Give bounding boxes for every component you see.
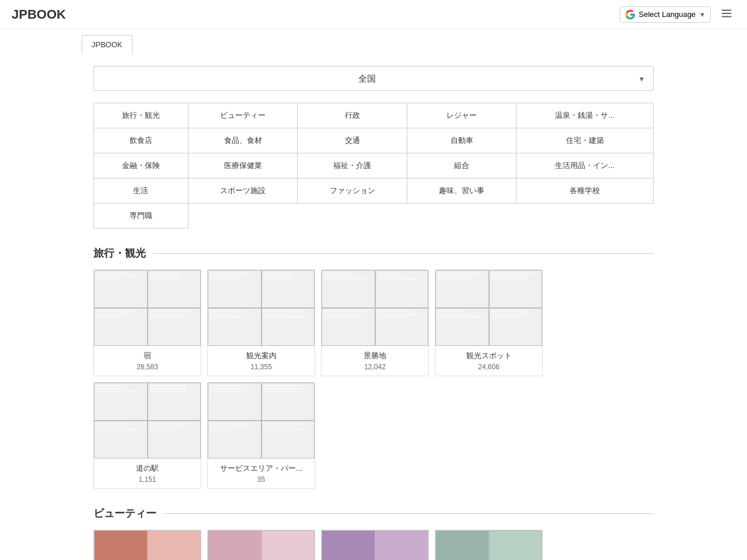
region-chevron-icon: ▾ — [640, 74, 653, 83]
card-images — [208, 530, 315, 560]
category-cell[interactable]: 組合 — [407, 153, 516, 178]
category-cell[interactable]: 生活用品・イン... — [516, 153, 654, 178]
category-cell[interactable]: 趣味、習い事 — [407, 178, 516, 204]
card-grid-travel: 宿28,583観光案内11,355景勝地12,042観光スポット24,606道の… — [93, 270, 654, 489]
menu-icon[interactable] — [718, 5, 735, 24]
card-item-beauty-1[interactable]: 美容院・ヘア... – — [93, 530, 201, 560]
category-cell[interactable]: 飲食店 — [94, 128, 189, 153]
category-cell[interactable]: レジャー — [407, 103, 516, 128]
region-select[interactable]: 全国 北海道 東北 関東 中部 近畿 中国 四国 九州 沖縄 — [94, 66, 640, 90]
card-images — [435, 530, 542, 560]
card-img-4 — [261, 421, 315, 459]
category-cell[interactable]: 自動車 — [407, 128, 516, 153]
card-item-travel-2[interactable]: 観光案内11,355 — [207, 270, 315, 376]
section-beauty-title: ビューティー — [93, 506, 156, 520]
nav-tabs: JPBOOK — [0, 29, 747, 54]
card-img-4 — [148, 421, 201, 459]
section-travel-title: 旅行・観光 — [93, 246, 146, 260]
card-img-2 — [148, 383, 201, 421]
card-img-2 — [489, 270, 543, 308]
card-grid-beauty: 美容院・ヘア... – エステ・マッサ... – — [93, 530, 654, 560]
category-cell[interactable]: 金融・保険 — [94, 153, 189, 178]
card-body: 道の駅1,151 — [94, 459, 201, 488]
card-name: 宿 — [99, 351, 196, 361]
svg-rect-1 — [722, 13, 732, 14]
card-count: 28,583 — [99, 363, 196, 371]
card-img-1 — [208, 530, 261, 560]
card-item-beauty-4[interactable]: リラクゼーシ... – — [435, 530, 543, 560]
category-cell[interactable]: 交通 — [298, 128, 407, 153]
card-item-beauty-2[interactable]: エステ・マッサ... – — [207, 530, 315, 560]
card-img-2 — [375, 270, 429, 308]
translate-button[interactable]: Select Language ▼ — [620, 6, 711, 23]
card-item-travel-1[interactable]: 宿28,583 — [93, 270, 201, 376]
card-img-2 — [261, 530, 315, 560]
category-cell[interactable]: 旅行・観光 — [94, 103, 189, 128]
card-img-1 — [94, 530, 148, 560]
card-body: 宿28,583 — [94, 346, 201, 376]
card-img-3 — [94, 421, 148, 459]
category-cell[interactable]: スポーツ施設 — [188, 178, 298, 204]
category-cell — [298, 204, 407, 229]
card-item-travel-4[interactable]: 観光スポット24,606 — [435, 270, 543, 376]
card-img-1 — [208, 270, 261, 308]
translate-label: Select Language — [639, 10, 696, 19]
card-item-travel-3[interactable]: 景勝地12,042 — [321, 270, 429, 376]
list-icon — [720, 7, 733, 20]
header-right: Select Language ▼ — [620, 5, 735, 24]
category-cell[interactable]: 食品、食材 — [188, 128, 298, 153]
category-cell[interactable]: 医療保健業 — [188, 153, 298, 178]
category-cell[interactable]: ファッション — [298, 178, 407, 204]
card-images — [435, 270, 542, 346]
section-beauty-header: ビューティー — [93, 506, 654, 520]
header: JPBOOK Select Language ▼ — [0, 0, 747, 29]
card-img-3 — [208, 421, 261, 459]
category-cell[interactable]: 住宅・建築 — [516, 128, 654, 153]
card-img-1 — [435, 530, 489, 560]
card-images — [94, 270, 201, 346]
card-item-travel-5[interactable]: 道の駅1,151 — [93, 382, 201, 489]
card-body: 観光スポット24,606 — [435, 346, 542, 376]
card-item-beauty-3[interactable]: ネイル・まつ... – — [321, 530, 429, 560]
region-select-wrap[interactable]: 全国 北海道 東北 関東 中部 近畿 中国 四国 九州 沖縄 ▾ — [93, 66, 654, 91]
category-cell — [407, 204, 516, 229]
category-grid: 旅行・観光ビューティー行政レジャー温泉・銭湯・サ...飲食店食品、食材交通自動車… — [93, 103, 654, 229]
section-beauty: ビューティー 美容院・ヘア... – — [93, 506, 654, 560]
tab-jpbook[interactable]: JPBOOK — [82, 35, 132, 54]
section-travel-divider — [153, 253, 654, 254]
site-logo[interactable]: JPBOOK — [12, 7, 66, 22]
category-cell[interactable]: 生活 — [94, 178, 189, 204]
main-container: 全国 北海道 東北 関東 中部 近畿 中国 四国 九州 沖縄 ▾ 旅行・観光ビュ… — [82, 54, 665, 560]
section-beauty-divider — [163, 513, 654, 514]
category-cell[interactable]: 専門職 — [94, 204, 189, 229]
card-img-2 — [148, 270, 201, 308]
category-cell — [188, 204, 298, 229]
card-images — [208, 383, 315, 459]
card-body: 景勝地12,042 — [322, 346, 428, 376]
category-cell[interactable]: 行政 — [298, 103, 407, 128]
card-images — [94, 530, 201, 560]
card-img-4 — [375, 308, 429, 346]
card-count: 24,606 — [440, 363, 537, 371]
card-img-4 — [148, 308, 201, 346]
category-cell[interactable]: 温泉・銭湯・サ... — [516, 103, 654, 128]
card-img-1 — [208, 383, 261, 421]
card-count: 1,151 — [99, 475, 196, 484]
card-img-2 — [375, 530, 429, 560]
svg-rect-0 — [722, 10, 732, 11]
card-images — [322, 530, 428, 560]
category-cell[interactable]: 各種学校 — [516, 178, 654, 204]
category-cell[interactable]: 福祉・介護 — [298, 153, 407, 178]
category-cell[interactable]: ビューティー — [188, 103, 298, 128]
card-images — [322, 270, 428, 346]
card-item-travel-6[interactable]: サービスエリア・パー...35 — [207, 382, 315, 489]
svg-rect-2 — [722, 16, 732, 18]
card-img-1 — [322, 530, 375, 560]
card-img-3 — [322, 308, 375, 346]
card-img-3 — [208, 308, 261, 346]
card-body: サービスエリア・パー...35 — [208, 459, 315, 488]
card-images — [208, 270, 315, 346]
card-img-2 — [261, 270, 315, 308]
card-name: サービスエリア・パー... — [212, 463, 310, 474]
card-count: 11,355 — [212, 363, 310, 371]
